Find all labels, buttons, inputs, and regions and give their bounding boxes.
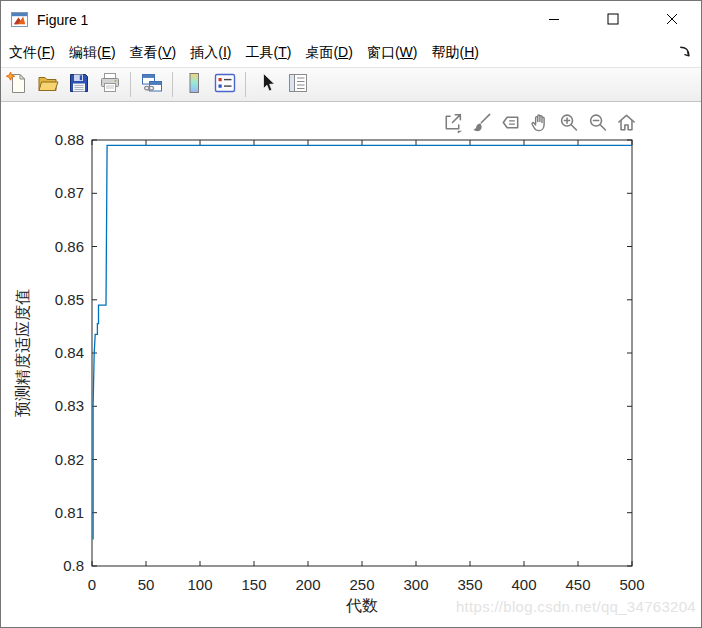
menu-item-window[interactable]: 窗口(W) — [367, 44, 418, 62]
print-figure-button[interactable] — [96, 71, 123, 98]
x-tick-label: 50 — [138, 576, 155, 593]
y-tick-label: 0.81 — [55, 504, 84, 521]
axes-box — [92, 140, 632, 566]
menu-item-file[interactable]: 文件(F) — [9, 44, 55, 62]
zoom-in-icon — [557, 111, 580, 138]
axes-tool-restore-view-button[interactable] — [615, 113, 638, 136]
axes-tool-pan-button[interactable] — [528, 113, 551, 136]
restore-view-icon — [615, 111, 638, 138]
axes-tool-zoom-in-button[interactable] — [557, 113, 580, 136]
x-tick-label: 500 — [619, 576, 644, 593]
x-tick-label: 350 — [457, 576, 482, 593]
pan-icon — [528, 111, 551, 138]
convergence-line — [93, 145, 632, 539]
x-tick-label: 200 — [295, 576, 320, 593]
dock-arrow-icon[interactable] — [678, 45, 692, 59]
maximize-button[interactable] — [583, 1, 642, 38]
menu-item-insert[interactable]: 插入(I) — [190, 44, 231, 62]
property-inspector-button[interactable] — [284, 71, 311, 98]
x-tick-label: 100 — [187, 576, 212, 593]
menu-item-tools[interactable]: 工具(T) — [246, 44, 292, 62]
print-figure-icon — [98, 71, 122, 99]
edit-plot-icon — [255, 71, 279, 99]
y-tick-label: 0.83 — [55, 397, 84, 414]
new-figure-icon — [5, 71, 29, 99]
y-tick-label: 0.8 — [63, 557, 84, 574]
x-tick-label: 400 — [511, 576, 536, 593]
close-icon — [666, 11, 678, 29]
save-figure-icon — [67, 71, 91, 99]
edit-plot-button[interactable] — [253, 71, 280, 98]
save-figure-button[interactable] — [65, 71, 92, 98]
x-tick-label: 250 — [349, 576, 374, 593]
export-icon — [441, 111, 464, 138]
toolbar-separator — [172, 72, 173, 97]
axes-toolbar — [441, 113, 638, 136]
zoom-out-icon — [586, 111, 609, 138]
figure-canvas[interactable]: 0501001502002503003504004505000.80.810.8… — [1, 102, 701, 627]
x-tick-label: 0 — [88, 576, 96, 593]
window-title: Figure 1 — [37, 12, 88, 28]
x-tick-label: 300 — [403, 576, 428, 593]
menu-item-edit[interactable]: 编辑(E) — [69, 44, 116, 62]
insert-legend-icon — [213, 71, 237, 99]
brush-icon — [470, 111, 493, 138]
y-tick-label: 0.86 — [55, 238, 84, 255]
y-tick-label: 0.82 — [55, 451, 84, 468]
figure-toolbar — [1, 67, 701, 102]
figure-window: Figure 1 文件(F)编辑(E)查看(V)插入(I)工具(T)桌面(D)窗… — [0, 0, 702, 628]
toolbar-separator — [245, 72, 246, 97]
maximize-icon — [607, 11, 619, 29]
menu-item-help[interactable]: 帮助(H) — [431, 44, 478, 62]
watermark: https://blog.csdn.net/qq_34763204 — [456, 598, 696, 615]
property-inspector-icon — [286, 71, 310, 99]
open-file-icon — [36, 71, 60, 99]
y-tick-label: 0.84 — [55, 344, 84, 361]
menu-item-view[interactable]: 查看(V) — [130, 44, 177, 62]
insert-colorbar-icon — [182, 71, 206, 99]
toolbar-separator — [130, 72, 131, 97]
y-tick-label: 0.87 — [55, 184, 84, 201]
insert-colorbar-button[interactable] — [180, 71, 207, 98]
menu-item-desktop[interactable]: 桌面(D) — [305, 44, 352, 62]
plot-area[interactable]: 0501001502002503003504004505000.80.810.8… — [1, 102, 701, 627]
x-tick-label: 450 — [565, 576, 590, 593]
data-tips-icon — [499, 111, 522, 138]
link-plot-icon — [140, 71, 164, 99]
axes-tool-export-button[interactable] — [441, 113, 464, 136]
new-figure-button[interactable] — [3, 71, 30, 98]
window-controls — [524, 1, 701, 38]
axes-tool-data-tips-button[interactable] — [499, 113, 522, 136]
axes-tool-zoom-out-button[interactable] — [586, 113, 609, 136]
axes-tool-brush-button[interactable] — [470, 113, 493, 136]
minimize-icon — [548, 11, 560, 29]
minimize-button[interactable] — [524, 1, 583, 38]
close-button[interactable] — [642, 1, 701, 38]
x-axis-label: 代数 — [345, 597, 378, 614]
y-tick-label: 0.88 — [55, 131, 84, 148]
matlab-logo-icon — [11, 12, 28, 27]
menu-bar: 文件(F)编辑(E)查看(V)插入(I)工具(T)桌面(D)窗口(W)帮助(H) — [1, 38, 701, 67]
insert-legend-button[interactable] — [211, 71, 238, 98]
link-plot-button[interactable] — [138, 71, 165, 98]
title-bar[interactable]: Figure 1 — [1, 1, 701, 38]
y-tick-label: 0.85 — [55, 291, 84, 308]
y-axis-label: 预测精度适应度值 — [14, 289, 31, 417]
x-tick-label: 150 — [241, 576, 266, 593]
open-file-button[interactable] — [34, 71, 61, 98]
